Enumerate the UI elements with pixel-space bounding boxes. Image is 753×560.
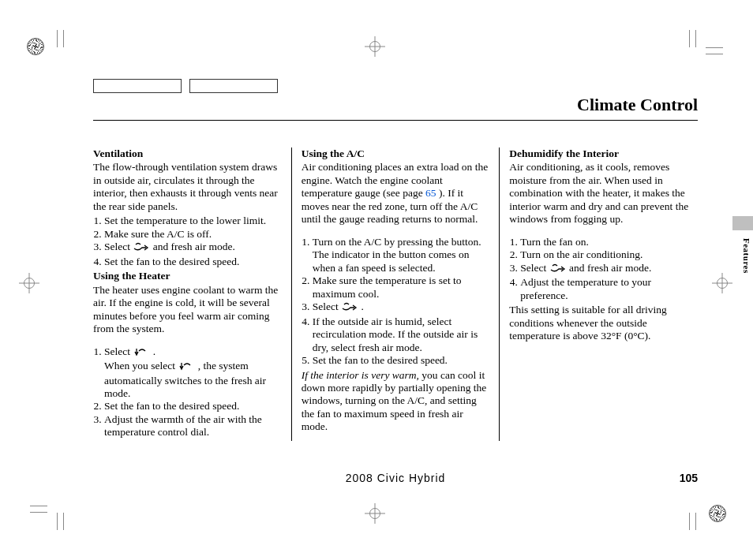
list-item: Select . When you select , the system au… (104, 345, 282, 401)
column-2: Using the A/C Air conditioning places an… (291, 147, 500, 441)
page-reference-link[interactable]: 65 (425, 187, 436, 199)
heater-heading: Using the Heater (93, 270, 282, 282)
column-3: Dehumidify the Interior Air conditioning… (499, 147, 698, 441)
page-body: Climate Control Ventilation The flow-thr… (93, 95, 698, 489)
vent-bilevel-icon (341, 302, 358, 315)
section-side-tab-label: Features (742, 238, 751, 274)
list-item: Turn on the air conditioning. (520, 248, 698, 261)
dehumidify-heading: Dehumidify the Interior (509, 147, 698, 160)
vent-bilevel-icon (133, 242, 150, 255)
list-item: Make sure the A/C is off. (104, 228, 282, 241)
dehumidify-tail-paragraph: This setting is suitable for all driving… (509, 304, 698, 342)
heater-steps: Select . When you select , the system au… (93, 345, 282, 439)
list-item: Make sure the temperature is set to maxi… (313, 274, 490, 301)
list-item: Set the temperature to the lower limit. (104, 215, 282, 227)
heater-paragraph: The heater uses engine coolant to warm t… (93, 284, 282, 336)
heat-floor-icon (178, 361, 195, 374)
dehumidify-paragraph: Air conditioning, as it cools, removes m… (509, 161, 698, 226)
footer-vehicle-label: 2008 Civic Hybrid (346, 472, 446, 484)
ventilation-paragraph: The flow-through ventilation system draw… (93, 161, 282, 213)
ac-heading: Using the A/C (302, 147, 490, 160)
page-title: Climate Control (577, 95, 698, 115)
dehumidify-steps: Turn the fan on. Turn on the air conditi… (509, 236, 698, 302)
page-number: 105 (680, 472, 698, 484)
ac-paragraph: Air conditioning places an extra load on… (302, 161, 490, 226)
list-item: Set the fan to the desired speed. (313, 354, 490, 367)
column-1: Ventilation The flow-through ventilation… (93, 147, 291, 441)
list-item: Select . (313, 301, 490, 315)
page-footer: 2008 Civic Hybrid (93, 472, 698, 484)
content-columns: Ventilation The flow-through ventilation… (93, 147, 698, 441)
ac-tip-paragraph: If the interior is very warm, you can co… (302, 369, 490, 434)
list-item: Adjust the temperature to your preferenc… (520, 276, 698, 302)
list-item: Set the fan to the desired speed. (104, 400, 282, 413)
ventilation-heading: Ventilation (93, 147, 282, 160)
section-side-tab: Features (732, 216, 753, 282)
list-item: Select and fresh air mode. (104, 241, 282, 255)
header-outline-box-2 (189, 79, 278, 93)
list-item: Turn on the A/C by pressing the button. … (313, 236, 490, 274)
ac-steps: Turn on the A/C by pressing the button. … (302, 236, 490, 368)
list-item: Select and fresh air mode. (520, 262, 698, 276)
vent-bilevel-icon (549, 263, 567, 276)
list-item: Adjust the warmth of the air with the te… (104, 413, 282, 439)
heat-floor-icon (133, 347, 150, 360)
list-item: Turn the fan on. (520, 236, 698, 248)
page-header: Climate Control (93, 95, 698, 121)
ventilation-steps: Set the temperature to the lower limit. … (93, 215, 282, 268)
header-outline-box-1 (93, 79, 182, 93)
list-item: If the outside air is humid, select reci… (313, 315, 490, 354)
list-item: Set the fan to the desired speed. (104, 256, 282, 268)
